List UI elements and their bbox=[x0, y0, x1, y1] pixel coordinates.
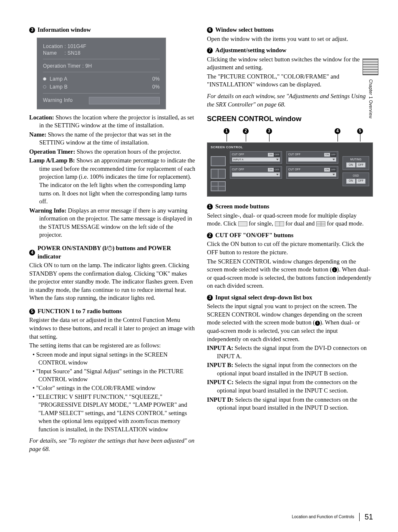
list-item: "Input Source" and "Signal Adjust" setti… bbox=[33, 367, 195, 384]
input-dropdown bbox=[288, 157, 336, 162]
section-7-note: For details on each window, see "Adjustm… bbox=[207, 92, 373, 109]
callout-icon: 2 bbox=[243, 128, 249, 134]
sc-section-1-title: Screen mode buttons bbox=[215, 203, 269, 211]
callout-3b-icon: 3 bbox=[207, 295, 213, 301]
input-b-term: INPUT B: bbox=[207, 362, 233, 368]
input-b-body: Selects the signal input from the connec… bbox=[217, 362, 357, 377]
muting-control: MUTING ONOFF bbox=[343, 156, 369, 170]
def-lamp-body: Shows an approximate percentage to indic… bbox=[39, 157, 195, 205]
screen-mode-buttons-graphic bbox=[211, 156, 226, 191]
off-button: OFF bbox=[330, 153, 336, 157]
lamp-b-percentage: 0% bbox=[152, 84, 160, 90]
osd-control: OSD ONOFF bbox=[343, 172, 369, 186]
mode-quad-inline-icon bbox=[316, 221, 325, 226]
section-7-p1: Clicking the window select button switch… bbox=[207, 56, 373, 72]
off-button: OFF bbox=[274, 168, 280, 172]
input-a-term: INPUT A: bbox=[207, 345, 233, 351]
info-location: Location : 101G4F bbox=[43, 43, 160, 50]
def-location-term: Location: bbox=[29, 114, 54, 121]
input-d-body: Selects the signal input from the connec… bbox=[217, 396, 358, 411]
screen-control-figure: 1 2 3 4 5 SCREEN CONTROL bbox=[207, 128, 373, 197]
sc-section-1-heading: 1 Screen mode buttons bbox=[207, 203, 373, 211]
footer-section-label: Location and Function of Controls bbox=[292, 514, 354, 520]
sc-section-2-title: CUT OFF "ON/OFF" buttons bbox=[215, 231, 293, 240]
list-item: "Color" settings in the COLOR/FRAME wind… bbox=[33, 384, 195, 393]
def-operation-timer-term: Operation Timer: bbox=[29, 148, 75, 155]
chevron-down-icon bbox=[333, 174, 335, 175]
callout-icon: 1 bbox=[224, 128, 229, 134]
input-a-body: Selects the signal input from the DVI-D … bbox=[217, 345, 367, 360]
section-5-bullets: Screen mode and input signal settings in… bbox=[29, 351, 195, 434]
list-item: "ELECTRIC V SHIFT FUNCTION," "SQUEEZE," … bbox=[33, 393, 195, 434]
screen-control-heading: SCREEN CONTROL window bbox=[207, 114, 373, 124]
callout-icon: 3 bbox=[266, 128, 272, 134]
info-window-definitions: Location: Shows the location where the p… bbox=[29, 114, 195, 239]
chevron-down-icon bbox=[333, 159, 335, 160]
warning-info-label: Warning Info bbox=[43, 97, 73, 104]
power-icon bbox=[108, 246, 112, 251]
def-location-body: Shows the location where the projector i… bbox=[39, 114, 194, 129]
section-3-heading: 3 Information window bbox=[29, 26, 195, 34]
section-5-heading: 5 FUNCTION 1 to 7 radio buttons bbox=[29, 307, 195, 316]
on-button: ON bbox=[324, 168, 330, 172]
off-button: OFF bbox=[274, 153, 280, 157]
sc-section-2-p1: Click the ON button to cut off the pictu… bbox=[207, 240, 373, 256]
mode-quad-icon bbox=[211, 181, 226, 191]
def-operation-timer-body: Shows the operation hours of the project… bbox=[75, 148, 181, 155]
scw-title: SCREEN CONTROL bbox=[211, 145, 369, 149]
input-c-term: INPUT C: bbox=[207, 379, 234, 385]
footer-divider bbox=[359, 513, 360, 521]
section-7-title: Adjustment/setting window bbox=[215, 46, 286, 55]
section-5-note: For details, see "To register the settin… bbox=[29, 437, 195, 453]
input-c-body: Selects the signal input from the connec… bbox=[217, 379, 358, 394]
def-lamp-term: Lamp A/Lamp B: bbox=[29, 157, 75, 164]
chevron-down-icon bbox=[276, 159, 279, 160]
lamp-a-percentage: 0% bbox=[152, 76, 160, 82]
sc-section-2-heading: 2 CUT OFF "ON/OFF" buttons bbox=[207, 231, 373, 240]
callout-icon: 4 bbox=[335, 128, 340, 134]
callout-2-icon: 2 bbox=[207, 233, 213, 238]
callout-5-icon: 5 bbox=[29, 309, 35, 314]
page-number: 51 bbox=[365, 512, 373, 522]
lamp-b-label: Lamp B bbox=[50, 84, 68, 90]
chapter-label: Chapter 1 Overview bbox=[368, 79, 373, 119]
section-4-body: Click ON to turn on the lamp. The indica… bbox=[29, 261, 195, 302]
sc-section-3-heading: 3 Input signal select drop-down list box bbox=[207, 294, 373, 302]
callout-1-icon: 1 bbox=[207, 204, 213, 210]
section-5-title: FUNCTION 1 to 7 radio buttons bbox=[38, 307, 122, 316]
list-item: Screen mode and input signal settings in… bbox=[33, 351, 195, 367]
mode-dual-inline-icon bbox=[275, 221, 284, 226]
on-button: ON bbox=[268, 168, 274, 172]
sc-section-3-p1: Selects the input signal you want to pro… bbox=[207, 302, 373, 343]
section-6-title: Window select buttons bbox=[215, 26, 274, 34]
def-name-body: Shows the name of the projector that was… bbox=[39, 131, 171, 146]
info-operation-timer: Operation Timer : 9H bbox=[43, 63, 160, 69]
section-3-title: Information window bbox=[38, 26, 91, 34]
sc-section-2-p2: The SCREEN CONTROL window changes depend… bbox=[207, 258, 373, 290]
sc-section-3-title: Input signal select drop-down list box bbox=[215, 294, 312, 302]
lamp-a-label: Lamp A bbox=[50, 76, 68, 82]
off-button: OFF bbox=[330, 168, 336, 172]
section-6-heading: 6 Window select buttons bbox=[207, 26, 373, 34]
info-name: Name : SN18 bbox=[43, 50, 160, 56]
information-window-graphic: Location : 101G4F Name : SN18 Operation … bbox=[37, 38, 166, 109]
on-button: ON bbox=[268, 153, 274, 157]
section-7-p2: The "PICTURE CONTROL," "COLOR/FRAME" and… bbox=[207, 73, 373, 89]
callout-3-icon: 3 bbox=[29, 27, 35, 33]
sc-section-1-body: Select single-, dual- or quad-screen mod… bbox=[207, 212, 373, 228]
input-dropdown bbox=[232, 172, 280, 177]
chevron-down-icon bbox=[276, 174, 279, 175]
ref-1-icon: 1 bbox=[332, 267, 337, 272]
ref-1b-icon: 1 bbox=[315, 321, 320, 326]
lamp-a-indicator-icon bbox=[43, 77, 46, 81]
section-5-p2: The setting items that can be registered… bbox=[29, 342, 195, 350]
section-5-p1: Register the data set or adjusted in the… bbox=[29, 316, 195, 341]
section-4-title: POWER ON/STANDBY (l/) buttons and POWER … bbox=[38, 244, 195, 261]
callout-7-icon: 7 bbox=[207, 48, 213, 53]
section-6-body: Open the window with the items you want … bbox=[207, 35, 373, 43]
mode-single-inline-icon bbox=[238, 221, 247, 226]
on-button: ON bbox=[324, 153, 330, 157]
mode-single-icon bbox=[211, 156, 226, 166]
lamp-b-indicator-icon bbox=[43, 85, 46, 89]
input-d-term: INPUT D: bbox=[207, 396, 234, 403]
